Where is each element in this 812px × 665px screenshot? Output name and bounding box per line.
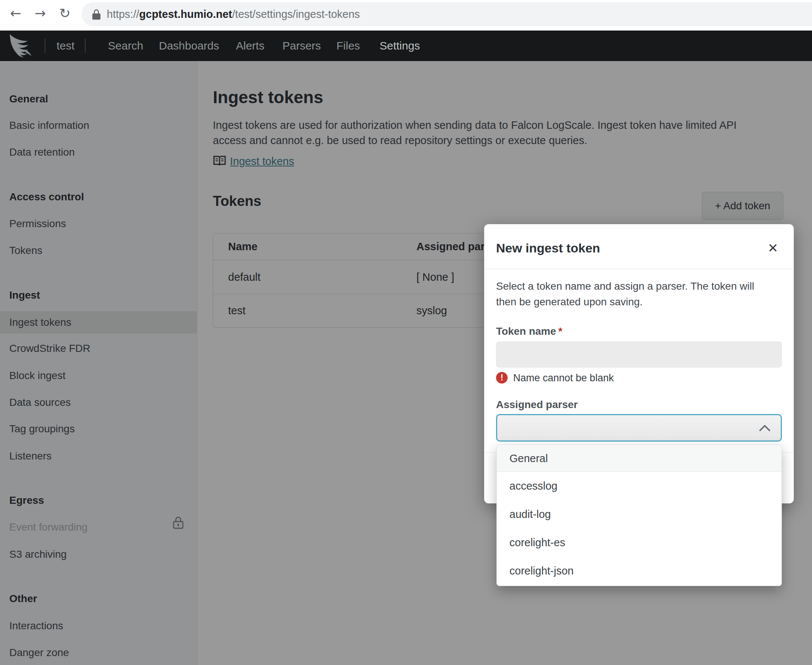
modal-header-divider (484, 269, 794, 269)
dropdown-option-accesslog[interactable]: accesslog (497, 472, 781, 500)
token-name-input[interactable] (496, 341, 782, 367)
parser-dropdown-menu: General accesslog audit-log corelight-es… (497, 445, 782, 586)
dropdown-option-general[interactable]: General (497, 445, 781, 472)
url-host: gcptest.humio.net (139, 8, 232, 20)
app-navbar: test Search Dashboards Alerts Parsers Fi… (0, 31, 812, 61)
assigned-parser-label: Assigned parser (496, 398, 578, 411)
browser-reload-button[interactable]: ↻ (54, 3, 75, 24)
nav-item-alerts[interactable]: Alerts (236, 31, 265, 61)
crowdstrike-falcon-logo[interactable] (9, 33, 35, 58)
repo-name[interactable]: test (57, 31, 74, 61)
navbar-divider (85, 39, 86, 53)
modal-title: New ingest token (496, 238, 600, 259)
token-name-label-text: Token name (496, 326, 556, 337)
nav-item-search[interactable]: Search (108, 31, 143, 61)
dropdown-option-corelight-json[interactable]: corelight-json (497, 557, 781, 585)
browser-forward-button[interactable]: → (30, 3, 51, 24)
url-text: https://gcptest.humio.net/test/settings/… (107, 2, 360, 26)
address-bar[interactable]: https://gcptest.humio.net/test/settings/… (82, 2, 812, 26)
dropdown-option-corelight-es[interactable]: corelight-es (497, 528, 781, 557)
nav-item-parsers[interactable]: Parsers (283, 31, 321, 61)
browser-toolbar: ← → ↻ https://gcptest.humio.net/test/set… (0, 0, 812, 31)
close-icon[interactable]: ✕ (764, 239, 782, 257)
assigned-parser-combobox[interactable] (496, 414, 782, 442)
dropdown-option-audit-log[interactable]: audit-log (497, 500, 781, 528)
token-name-label: Token name* (496, 325, 562, 338)
error-message: Name cannot be blank (513, 372, 614, 384)
nav-item-settings[interactable]: Settings (379, 31, 420, 61)
required-asterisk: * (558, 326, 562, 337)
error-icon: ! (496, 372, 508, 383)
browser-back-button[interactable]: ← (5, 3, 26, 24)
navbar-divider (45, 39, 46, 53)
chevron-up-icon (758, 423, 771, 434)
nav-item-dashboards[interactable]: Dashboards (159, 31, 219, 61)
padlock-icon (91, 9, 101, 21)
url-path: /test/settings/ingest-tokens (232, 8, 360, 20)
nav-item-files[interactable]: Files (337, 31, 360, 61)
modal-description: Select a token name and assign a parser.… (496, 278, 783, 310)
url-scheme: https:// (107, 8, 139, 20)
